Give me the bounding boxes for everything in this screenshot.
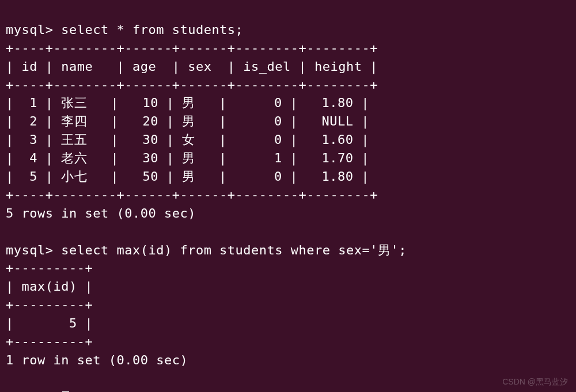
- mysql-prompt: mysql>: [6, 243, 61, 257]
- sql-query-2: select max(id) from students where sex='…: [61, 243, 407, 257]
- table2-header: | max(id) |: [6, 279, 93, 294]
- table1-border-header: +----+--------+------+------+--------+--…: [6, 78, 378, 92]
- sql-query-1: select * from students;: [61, 22, 243, 37]
- table1-row: | 5 | 小七 | 50 | 男 | 0 | 1.80 |: [6, 169, 369, 184]
- table1-row: | 3 | 王五 | 30 | 女 | 0 | 1.60 |: [6, 132, 369, 147]
- table1-summary: 5 rows in set (0.00 sec): [6, 206, 196, 220]
- table2-border-top: +---------+: [6, 261, 93, 275]
- mysql-prompt[interactable]: mysql>: [6, 390, 61, 392]
- watermark: CSDN @黑马蓝汐: [502, 376, 568, 387]
- table1-row: | 1 | 张三 | 10 | 男 | 0 | 1.80 |: [6, 96, 369, 110]
- table1-row: | 2 | 李四 | 20 | 男 | 0 | NULL |: [6, 114, 369, 128]
- table2-border-bottom: +---------+: [6, 334, 93, 349]
- mysql-prompt: mysql>: [6, 22, 61, 37]
- terminal-output: mysql> select * from students; +----+---…: [6, 2, 570, 392]
- table1-row: | 4 | 老六 | 30 | 男 | 1 | 1.70 |: [6, 151, 369, 165]
- table2-summary: 1 row in set (0.00 sec): [6, 353, 188, 367]
- table1-border-top: +----+--------+------+------+--------+--…: [6, 41, 378, 55]
- table2-row: | 5 |: [6, 316, 93, 330]
- table1-header: | id | name | age | sex | is_del | heigh…: [6, 59, 378, 74]
- table1-border-bottom: +----+--------+------+------+--------+--…: [6, 188, 378, 202]
- table2-border-header: +---------+: [6, 298, 93, 312]
